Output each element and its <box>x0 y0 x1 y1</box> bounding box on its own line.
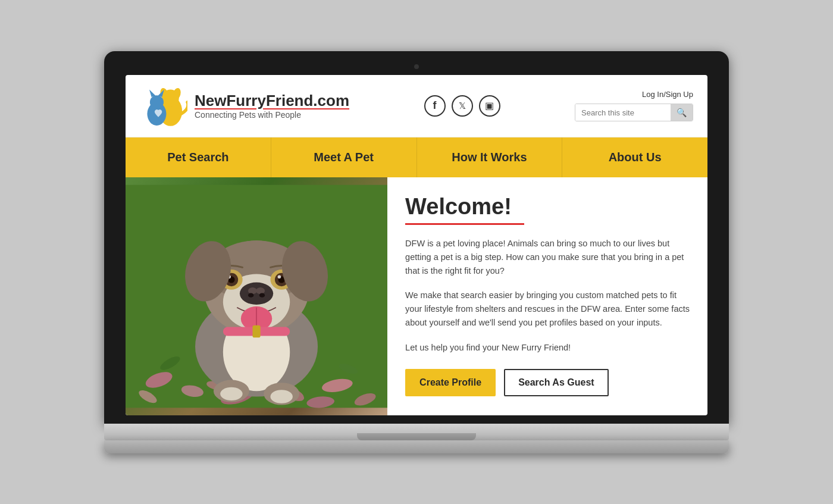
logo-area: NewFurryFriend.com Connecting Pets with … <box>140 82 349 130</box>
header-middle: f 𝕏 ▣ <box>424 95 500 117</box>
header-right: Log In/Sign Up 🔍 <box>575 90 693 121</box>
nav-pet-search[interactable]: Pet Search <box>126 137 271 177</box>
laptop-container: NewFurryFriend.com Connecting Pets with … <box>104 51 729 453</box>
screen-bezel: NewFurryFriend.com Connecting Pets with … <box>104 51 729 424</box>
welcome-heading: Welcome! <box>405 194 690 220</box>
search-button[interactable]: 🔍 <box>671 104 693 121</box>
facebook-button[interactable]: f <box>424 95 446 117</box>
instagram-icon: ▣ <box>485 100 494 111</box>
laptop-bottom <box>104 440 729 453</box>
search-icon: 🔍 <box>677 108 687 117</box>
svg-point-25 <box>240 282 273 304</box>
welcome-para1: DFW is a pet loving place! Animals can b… <box>405 237 690 278</box>
svg-point-29 <box>259 293 265 297</box>
svg-point-28 <box>248 293 253 297</box>
svg-point-27 <box>256 287 265 294</box>
welcome-para2: We make that search easier by bringing y… <box>405 289 690 330</box>
search-bar: 🔍 <box>575 104 693 121</box>
search-input[interactable] <box>575 104 671 121</box>
camera <box>414 64 419 69</box>
svg-point-47 <box>270 390 292 403</box>
nav-how-it-works[interactable]: How It Works <box>417 137 563 177</box>
login-link[interactable]: Log In/Sign Up <box>642 90 693 99</box>
main-content: Welcome! DFW is a pet loving place! Anim… <box>126 177 707 415</box>
welcome-underline <box>405 223 524 225</box>
site-header: NewFurryFriend.com Connecting Pets with … <box>126 75 707 137</box>
pet-photo <box>126 177 387 415</box>
logo-text-area: NewFurryFriend.com Connecting Pets with … <box>195 92 349 120</box>
svg-point-39 <box>278 275 281 278</box>
logo-icon <box>140 82 187 130</box>
pet-image-area <box>126 177 387 415</box>
svg-marker-6 <box>149 89 156 96</box>
welcome-para3: Let us help you find your New Furry Frie… <box>405 341 690 355</box>
laptop-base <box>104 424 729 440</box>
cta-buttons: Create Profile Search As Guest <box>405 369 690 396</box>
create-profile-button[interactable]: Create Profile <box>405 369 496 396</box>
social-icons: f 𝕏 ▣ <box>424 95 500 117</box>
svg-point-5 <box>150 95 164 109</box>
content-area: Welcome! DFW is a pet loving place! Anim… <box>387 177 707 415</box>
svg-rect-43 <box>252 325 260 337</box>
facebook-icon: f <box>433 99 437 112</box>
twitter-button[interactable]: 𝕏 <box>452 95 473 117</box>
laptop-screen: NewFurryFriend.com Connecting Pets with … <box>126 75 707 415</box>
search-as-guest-button[interactable]: Search As Guest <box>504 369 608 396</box>
twitter-icon: 𝕏 <box>459 101 466 111</box>
site-subtitle: Connecting Pets with People <box>195 110 349 120</box>
site-title: NewFurryFriend.com <box>195 92 349 110</box>
nav-about-us[interactable]: About Us <box>562 137 707 177</box>
instagram-button[interactable]: ▣ <box>479 95 500 117</box>
nav-bar: Pet Search Meet A Pet How It Works About… <box>126 137 707 177</box>
nav-meet-a-pet[interactable]: Meet A Pet <box>271 137 417 177</box>
dog-scene-svg <box>126 177 387 415</box>
laptop-hinge <box>357 433 476 440</box>
svg-point-26 <box>248 287 257 294</box>
svg-point-46 <box>220 387 242 400</box>
